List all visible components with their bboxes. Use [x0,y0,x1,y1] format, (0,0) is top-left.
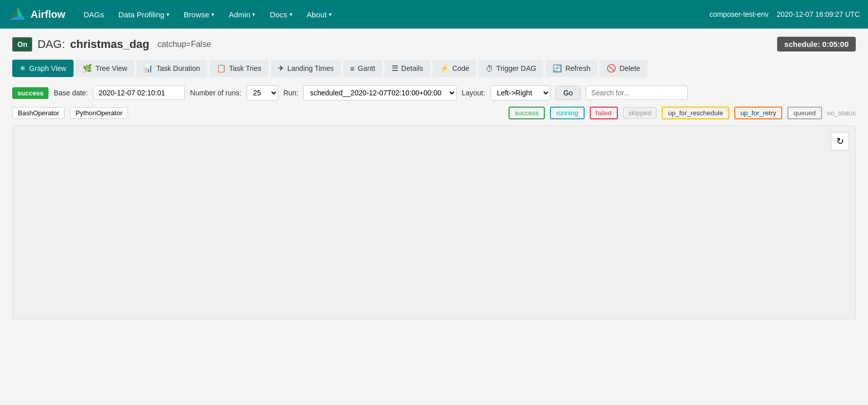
python-operator-badge[interactable]: PythonOperator [70,107,128,119]
dag-prefix: DAG: [37,38,65,51]
refresh-icon: 🔄 [552,64,562,73]
navbar: Airflow DAGs Data Profiling ▾ Browse ▾ A… [0,0,868,29]
graph-area: bash_hello_world python_task ping_google… [12,125,856,319]
legend-success: success [509,107,545,119]
env-name: composer-test-env [709,10,768,18]
nav-item-about[interactable]: About ▾ [301,6,338,23]
task-tries-button[interactable]: 📋 Task Tries [209,60,269,77]
go-button[interactable]: Go [556,86,581,100]
nav-item-browse[interactable]: Browse ▾ [178,6,221,23]
run-select[interactable]: scheduled__2020-12-07T02:10:00+00:00 [303,85,456,100]
task-duration-button[interactable]: 📊 Task Duration [136,60,207,77]
legend-failed: failed [590,107,618,119]
details-button[interactable]: ☰ Details [384,60,430,77]
run-label: Run: [283,89,299,97]
trigger-dag-button[interactable]: ⏱ Trigger DAG [478,60,543,77]
chevron-down-icon: ▾ [329,11,332,18]
refresh-graph-icon: ↻ [836,136,844,147]
code-button[interactable]: ⚡ Code [432,60,476,77]
legend-queued: queued [787,107,822,119]
chevron-down-icon: ▾ [290,11,293,18]
bash-operator-badge[interactable]: BashOperator [12,107,65,119]
code-icon: ⚡ [440,64,449,73]
landing-times-button[interactable]: ✈ Landing Times [271,60,341,77]
tree-view-button[interactable]: 🌿 Tree View [76,60,134,77]
details-icon: ☰ [392,64,398,73]
refresh-button[interactable]: 🔄 Refresh [545,60,597,77]
delete-icon: 🚫 [607,64,616,73]
num-runs-label: Number of runs: [190,89,241,97]
chevron-down-icon: ▾ [166,11,170,18]
catchup-label: catchup=False [158,40,211,49]
dag-name: christmas_dag [70,38,149,51]
landing-times-icon: ✈ [278,64,284,73]
legend-row: BashOperator PythonOperator success runn… [12,107,856,119]
gantt-icon: ≡ [350,64,355,73]
graph-view-icon: ✳ [19,64,26,73]
datetime: 2020-12-07 16:09:27 UTC [777,10,860,18]
legend-up-for-retry: up_for_retry [734,107,782,119]
nav-right: composer-test-env 2020-12-07 16:09:27 UT… [709,10,860,18]
tree-view-icon: 🌿 [83,64,92,73]
delete-button[interactable]: 🚫 Delete [599,60,647,77]
legend-running: running [550,107,584,119]
chevron-down-icon: ▾ [211,11,214,18]
filter-bar: success Base date: Number of runs: 25 50… [12,85,856,100]
base-date-label: Base date: [54,89,88,97]
search-input[interactable] [586,86,688,100]
nav-item-data-profiling[interactable]: Data Profiling ▾ [112,6,176,23]
graph-view-button[interactable]: ✳ Graph View [12,60,74,77]
task-duration-icon: 📊 [143,64,153,73]
num-runs-select[interactable]: 25 50 100 [247,85,278,100]
brand[interactable]: Airflow [8,5,65,23]
gantt-button[interactable]: ≡ Gantt [343,60,382,77]
on-badge[interactable]: On [12,37,32,52]
legend-no-status: no_status [827,109,856,117]
task-tries-icon: 📋 [216,64,226,73]
page-content: On DAG: christmas_dag catchup=False sche… [0,29,868,327]
layout-select[interactable]: Left->Right Top->Bottom [490,85,550,100]
airflow-logo-icon [8,5,27,23]
layout-label: Layout: [462,89,485,97]
nav-links: DAGs Data Profiling ▾ Browse ▾ Admin ▾ D… [78,6,710,23]
nav-item-docs[interactable]: Docs ▾ [263,6,298,23]
refresh-graph-button[interactable]: ↻ [831,132,849,150]
brand-name: Airflow [31,9,65,20]
trigger-dag-icon: ⏱ [486,64,493,73]
dag-arrows [13,126,855,319]
chevron-down-icon: ▾ [252,11,255,18]
nav-item-dags[interactable]: DAGs [78,6,110,23]
base-date-input[interactable] [93,86,185,100]
legend-up-for-reschedule: up_for_reschedule [662,107,729,119]
dag-title-row: On DAG: christmas_dag catchup=False [12,37,211,52]
status-badge: success [12,87,49,99]
legend-skipped: skipped [623,107,657,119]
toolbar: ✳ Graph View 🌿 Tree View 📊 Task Duration… [12,60,856,77]
schedule-badge: schedule: 0:05:00 [777,37,856,52]
nav-item-admin[interactable]: Admin ▾ [223,6,262,23]
dag-header: On DAG: christmas_dag catchup=False sche… [12,37,856,52]
